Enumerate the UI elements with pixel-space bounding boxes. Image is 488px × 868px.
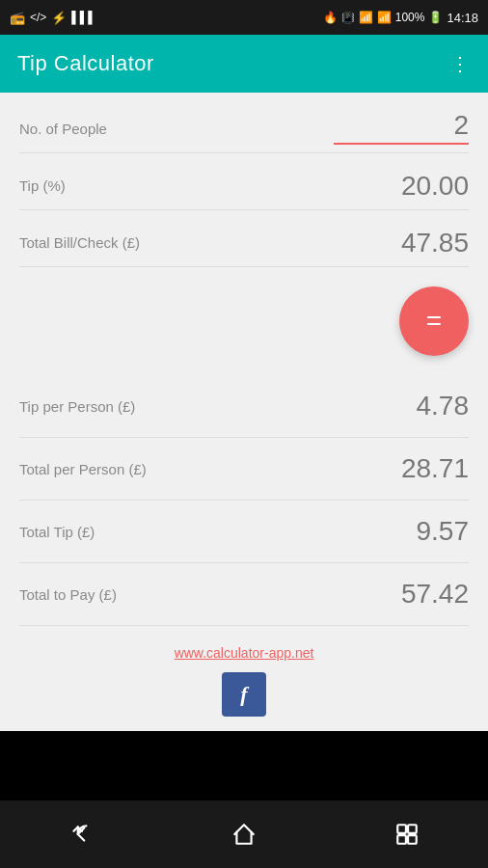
app-header: Tip Calculator ⋮ bbox=[0, 35, 488, 93]
total-bill-value[interactable]: 47.85 bbox=[334, 228, 469, 258]
footer-section: www.calculator-app.net f bbox=[0, 626, 488, 731]
total-tip-value: 9.57 bbox=[417, 516, 470, 547]
no-of-people-value[interactable]: 2 bbox=[334, 110, 469, 141]
facebook-icon: f bbox=[240, 682, 247, 707]
total-bill-field[interactable]: 47.85 bbox=[334, 228, 469, 258]
calculate-button[interactable]: = bbox=[399, 286, 469, 356]
main-content: No. of People 2 Tip (%) 20.00 Total Bill… bbox=[0, 93, 488, 731]
total-tip-label: Total Tip (£) bbox=[19, 524, 95, 540]
total-per-person-label: Total per Person (£) bbox=[19, 461, 147, 477]
tip-field[interactable]: 20.00 bbox=[334, 171, 469, 202]
battery-text: 100% bbox=[395, 11, 425, 24]
total-bill-label: Total Bill/Check (£) bbox=[19, 234, 140, 258]
app-title: Tip Calculator bbox=[17, 51, 154, 76]
tip-label: Tip (%) bbox=[19, 177, 66, 202]
results-section: Tip per Person (£) 4.78 Total per Person… bbox=[0, 375, 488, 626]
code-icon: </> bbox=[30, 11, 46, 24]
total-bill-row: Total Bill/Check (£) 47.85 bbox=[19, 210, 469, 267]
total-to-pay-value: 57.42 bbox=[401, 579, 469, 610]
facebook-button[interactable]: f bbox=[222, 672, 266, 717]
svg-rect-4 bbox=[408, 835, 417, 844]
usb-icon: ⚡ bbox=[51, 11, 67, 25]
no-of-people-underline bbox=[334, 143, 469, 145]
status-bar: 📻 </> ⚡ ▌▌▌ 🔥 📳 📶 📶 100% 🔋 14:18 bbox=[0, 0, 488, 35]
barcode-icon: ▌▌▌ bbox=[71, 11, 96, 24]
no-of-people-row: No. of People 2 bbox=[19, 93, 469, 153]
equals-icon: = bbox=[426, 308, 442, 335]
back-icon bbox=[68, 822, 94, 847]
calculate-section: = bbox=[0, 267, 488, 375]
total-per-person-row: Total per Person (£) 28.71 bbox=[19, 438, 469, 501]
svg-rect-2 bbox=[408, 825, 417, 833]
total-to-pay-row: Total to Pay (£) 57.42 bbox=[19, 563, 469, 626]
wifi-icon: 📶 bbox=[359, 11, 373, 24]
battery-icon: 🔋 bbox=[428, 11, 443, 24]
no-of-people-field[interactable]: 2 bbox=[334, 110, 469, 145]
home-icon bbox=[231, 822, 257, 847]
status-icons-right: 🔥 📳 📶 📶 100% 🔋 14:18 bbox=[323, 11, 478, 25]
status-icons-left: 📻 </> ⚡ ▌▌▌ bbox=[10, 11, 96, 25]
total-tip-row: Total Tip (£) 9.57 bbox=[19, 501, 469, 563]
svg-rect-1 bbox=[397, 825, 406, 833]
total-per-person-value: 28.71 bbox=[401, 453, 469, 484]
bottom-nav bbox=[0, 800, 488, 868]
time-display: 14:18 bbox=[447, 11, 478, 25]
signal-icon: 📶 bbox=[377, 11, 392, 24]
svg-rect-3 bbox=[397, 835, 406, 844]
tip-per-person-value: 4.78 bbox=[417, 391, 470, 421]
recent-apps-icon bbox=[394, 822, 420, 847]
total-to-pay-label: Total to Pay (£) bbox=[19, 586, 117, 603]
flame-icon: 🔥 bbox=[323, 11, 338, 24]
tip-value[interactable]: 20.00 bbox=[334, 171, 469, 202]
tip-row: Tip (%) 20.00 bbox=[19, 153, 469, 210]
vibrate-icon: 📳 bbox=[341, 12, 355, 24]
input-section: No. of People 2 Tip (%) 20.00 Total Bill… bbox=[0, 93, 488, 267]
tip-per-person-label: Tip per Person (£) bbox=[19, 398, 135, 415]
website-link[interactable]: www.calculator-app.net bbox=[175, 645, 314, 661]
home-button[interactable] bbox=[220, 810, 268, 858]
radio-icon: 📻 bbox=[10, 11, 25, 25]
back-button[interactable] bbox=[57, 810, 105, 858]
tip-per-person-row: Tip per Person (£) 4.78 bbox=[19, 375, 469, 438]
overflow-menu-icon[interactable]: ⋮ bbox=[450, 52, 471, 75]
no-of-people-label: No. of People bbox=[19, 121, 107, 145]
recent-apps-button[interactable] bbox=[383, 810, 431, 858]
